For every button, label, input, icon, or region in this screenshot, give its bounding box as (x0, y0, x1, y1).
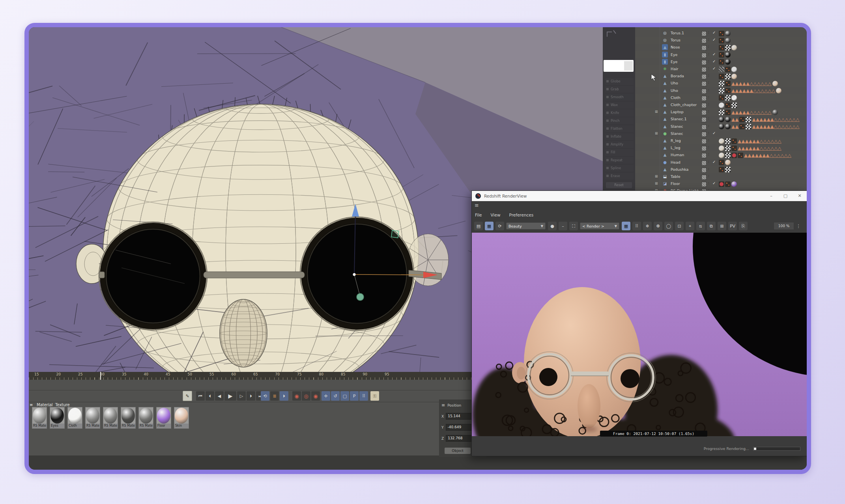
enabled-check-icon[interactable]: ✓ (712, 52, 716, 56)
layer-chip-icon[interactable] (701, 103, 707, 108)
phong-tag-icon[interactable] (719, 31, 724, 36)
material-tag-icon[interactable] (731, 45, 737, 50)
material-tag-icon[interactable] (725, 117, 731, 122)
close-button[interactable]: ✕ (793, 191, 807, 201)
enabled-check-icon[interactable]: ✓ (712, 131, 716, 135)
object-row-laptop[interactable]: ⊞▲Laptop∶▲▲▲▲▲△△△△△△ (635, 108, 807, 116)
palette-item-repeat[interactable]: Repeat (605, 157, 634, 164)
phong-tag-icon[interactable] (719, 52, 724, 58)
phong-tag-icon[interactable] (731, 138, 737, 144)
layer-chip-icon[interactable] (701, 60, 707, 65)
selection-tag-icons[interactable]: ▲▲▲▲▲▲△△△△△△△ (752, 124, 799, 129)
material-ball-icon[interactable]: ● (548, 222, 557, 230)
uvw-tag-icon[interactable] (725, 74, 731, 79)
material-tag-icon[interactable] (725, 38, 731, 43)
render-image[interactable] (472, 233, 808, 436)
object-row-r-leg[interactable]: ▲R_leg∶▲▲▲▲▲▲△△△△△△ (635, 137, 807, 144)
menu-preferences[interactable]: Preferences (509, 213, 534, 217)
phong-tag-icon[interactable] (725, 103, 731, 108)
visibility-dots-icon[interactable]: ∶ (708, 59, 709, 63)
keyframe-selection-button[interactable]: ⚿ (370, 391, 379, 401)
material-tag-icon[interactable] (725, 59, 731, 65)
autokey-parameter-button[interactable]: P (350, 391, 359, 401)
material-tag-icon[interactable] (719, 117, 724, 122)
material-rs-mate[interactable]: RS Mate (103, 407, 118, 429)
play-button[interactable]: ▶ (224, 391, 236, 401)
record-position-button[interactable]: ◎ (302, 391, 310, 401)
visibility-dots-icon[interactable]: ∶ (708, 95, 709, 99)
layer-chip-icon[interactable] (701, 53, 707, 58)
visibility-dots-icon[interactable]: ∶ (708, 167, 709, 171)
visibility-dots-icon[interactable]: ∶ (708, 102, 709, 106)
object-row-eye[interactable]: ▮Eye∶✓ (635, 51, 807, 58)
next-frame-button[interactable]: ▷ (237, 391, 246, 401)
selection-tag-icons[interactable]: ▲▲▲▲▲▲△△△△△△ (738, 146, 781, 151)
layer-chip-icon[interactable] (701, 168, 707, 173)
object-row-uho[interactable]: ▲Uho∶▲▲▲▲▲△△△△△△ (635, 80, 807, 87)
phong-tag-icon[interactable] (725, 110, 731, 115)
object-row-nose[interactable]: ▲Nose∶ (635, 44, 807, 51)
uvw-tag-icon[interactable] (746, 117, 751, 122)
phong-tag-icon[interactable] (738, 153, 743, 158)
material-tag-icon[interactable] (719, 153, 724, 158)
uvw-tag-icon[interactable] (725, 95, 731, 101)
menu-view[interactable]: View (491, 213, 501, 217)
visibility-dots-icon[interactable]: ∶ (708, 138, 709, 142)
phong-tag-icon[interactable] (719, 38, 724, 43)
material-tag-icon[interactable] (725, 124, 731, 129)
layer-chip-icon[interactable] (701, 45, 707, 50)
redshift-tag-icon[interactable] (731, 153, 737, 158)
selection-tag-icons[interactable]: ▲▲▲▲▲▲△△△△△△ (731, 88, 775, 93)
phong-tag-icon[interactable] (725, 67, 731, 72)
match-resolution-button[interactable]: ⌖ (686, 222, 694, 230)
material-tag-icon[interactable] (719, 138, 724, 144)
material-tag-icon[interactable] (772, 81, 778, 86)
more-options-icon[interactable]: ⋮ (794, 222, 803, 230)
material-rs-mate[interactable]: RS Mate (138, 407, 153, 429)
add-snapshot-button[interactable]: ⊞ (718, 222, 726, 230)
phong-tag-icon[interactable] (725, 88, 731, 93)
palette-item-spline[interactable]: Spline (605, 165, 634, 172)
object-row-table[interactable]: ⊞⬓Table∶ (635, 173, 807, 180)
visibility-dots-icon[interactable]: ∶ (708, 88, 709, 92)
material-rs-mate[interactable]: RS Mate (121, 407, 136, 429)
uvw-tag-icon[interactable] (725, 138, 731, 144)
object-row-cloth[interactable]: ▲Cloth∶ (635, 94, 807, 101)
palette-item-amplify[interactable]: Amplify (605, 141, 634, 148)
visibility-dots-icon[interactable]: ∶ (708, 181, 709, 185)
window-titlebar[interactable]: Redshift RenderView – ▢ ✕ (472, 191, 807, 201)
visibility-dots-icon[interactable]: ∶ (708, 124, 709, 128)
visibility-dots-icon[interactable]: ∶ (708, 80, 709, 85)
enabled-check-icon[interactable]: ✓ (712, 181, 716, 185)
uvw-tag-icon[interactable] (746, 124, 751, 129)
object-row-torus[interactable]: ◎Torus∶✓ (635, 37, 807, 44)
uvw-tag-icon[interactable] (719, 110, 724, 115)
material-tag-icon[interactable] (725, 160, 731, 165)
layer-chip-icon[interactable] (701, 89, 707, 94)
compare-ab-button[interactable]: ▦ (622, 222, 630, 230)
selection-tag-icons[interactable]: ▲▲ (731, 124, 738, 129)
keyframe-pen-button[interactable]: ✎ (183, 391, 192, 401)
selection-tag-icons[interactable]: ▲▲▲▲▲▲△△△△△△△ (752, 117, 799, 122)
material-skin[interactable]: Skin (174, 407, 189, 429)
freeze-gi-button[interactable]: ❆ (654, 222, 662, 230)
layer-chip-icon[interactable] (701, 182, 707, 187)
visibility-dots-icon[interactable]: ∶ (708, 109, 709, 114)
enabled-check-icon[interactable]: ✓ (712, 160, 716, 164)
layer-chip-icon[interactable] (701, 139, 707, 144)
pv-export-button[interactable]: PV (728, 222, 737, 230)
expander-icon[interactable]: ⊞ (655, 110, 658, 114)
autokey-scale-button[interactable]: ▢ (340, 391, 349, 401)
material-floor[interactable]: Floor (156, 407, 171, 429)
layer-chip-icon[interactable] (701, 175, 707, 180)
layer-chip-icon[interactable] (701, 161, 707, 166)
material-rs-mate[interactable]: RS Mate (32, 407, 47, 429)
layer-chip-icon[interactable] (701, 146, 707, 151)
phong-tag-icon[interactable] (719, 74, 724, 79)
phong-tag-icon[interactable] (731, 146, 737, 151)
bucket-grid-button[interactable]: ⠿ (632, 222, 641, 230)
menu-file[interactable]: File (475, 213, 482, 217)
visibility-dots-icon[interactable]: ∶ (708, 174, 709, 178)
palette-item-erase[interactable]: Erase (605, 173, 634, 179)
palette-item-inflate[interactable]: Inflate (605, 133, 634, 140)
